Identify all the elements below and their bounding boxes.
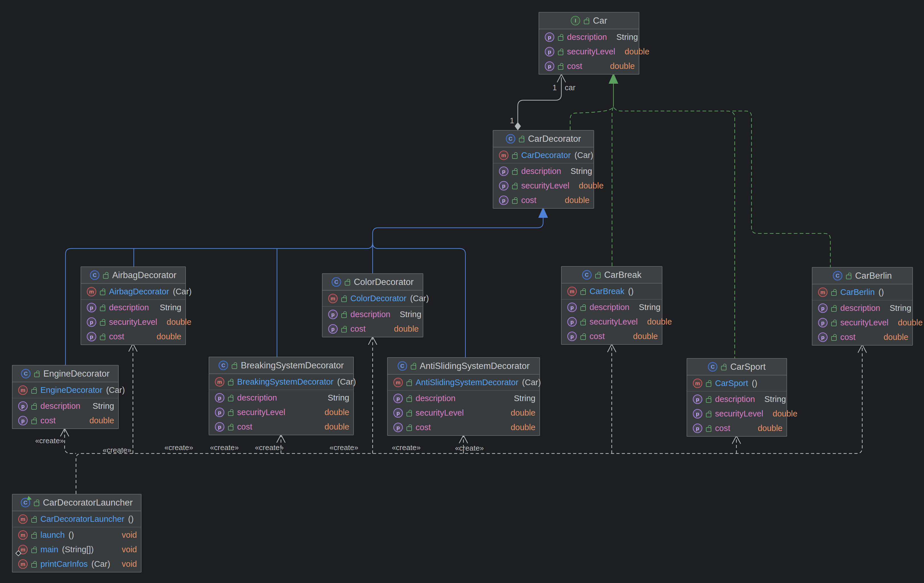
property-section: pdescriptionStringpsecurityLeveldoublepc… <box>493 163 594 208</box>
method-icon: m <box>87 287 96 296</box>
method-row[interactable]: psecurityLeveldouble <box>209 405 353 419</box>
member-type: String <box>759 395 786 404</box>
method-row[interactable]: psecurityLeveldouble <box>388 406 540 420</box>
class-box-CarBerlin[interactable]: CCarBerlinmCarBerlin()pdescriptionString… <box>812 267 913 345</box>
constructor-section: mCarBerlin() <box>812 284 912 300</box>
class-header[interactable]: CAntiSlidingSystemDecorator <box>388 358 540 374</box>
method-row[interactable]: psecurityLeveldouble <box>81 315 185 329</box>
class-title: ColorDecorator <box>354 277 414 287</box>
member-type: double <box>151 332 182 341</box>
method-row[interactable]: psecurityLeveldouble <box>493 178 594 193</box>
method-row[interactable]: pdescriptionString <box>687 392 787 406</box>
constructor-row[interactable]: mCarBerlin() <box>812 285 912 299</box>
method-row[interactable]: pcostdouble <box>209 419 353 434</box>
class-box-EngineDecorator[interactable]: CEngineDecoratormEngineDecorator(Car)pde… <box>12 365 119 429</box>
class-box-AirbagDecorator[interactable]: CAirbagDecoratormAirbagDecorator(Car)pde… <box>81 266 186 345</box>
constructor-row[interactable]: mCarDecoratorLauncher() <box>13 512 141 526</box>
method-row[interactable]: pcostdouble <box>539 59 639 73</box>
property-icon: p <box>567 302 577 312</box>
method-row[interactable]: pdescriptionString <box>812 301 912 315</box>
method-icon: m <box>818 287 828 297</box>
class-header[interactable]: CEngineDecorator <box>13 365 118 382</box>
method-row[interactable]: mprintCarInfos(Car)void <box>13 557 141 571</box>
unlocked-icon <box>706 398 711 403</box>
member-type: double <box>84 416 114 425</box>
unlocked-icon <box>846 275 851 279</box>
class-header[interactable]: CCarDecorator <box>493 130 594 147</box>
member-type: void <box>116 559 137 569</box>
method-row[interactable]: psecurityLeveldouble <box>562 315 662 329</box>
unlocked-icon <box>721 366 726 370</box>
member-name: securityLevel <box>567 47 615 56</box>
class-box-BreakingSystemDecorator[interactable]: CBreakingSystemDecoratormBreakingSystemD… <box>209 357 354 435</box>
method-row[interactable]: pdescriptionString <box>209 391 353 405</box>
method-row[interactable]: mmain(String[])void <box>13 542 141 557</box>
property-icon: p <box>393 408 403 418</box>
member-params: (Car) <box>91 559 110 569</box>
member-name: securityLevel <box>589 317 638 327</box>
method-row[interactable]: pcostdouble <box>13 413 118 428</box>
method-row[interactable]: pdescriptionString <box>81 300 185 315</box>
constructor-row[interactable]: mCarDecorator(Car) <box>493 148 594 163</box>
property-icon: p <box>818 318 828 327</box>
unlocked-icon <box>512 199 518 204</box>
class-box-AntiSlidingSystemDecorator[interactable]: CAntiSlidingSystemDecoratormAntiSlidingS… <box>387 357 540 436</box>
method-row[interactable]: pdescriptionString <box>562 300 662 315</box>
class-box-CarDecorator[interactable]: CCarDecoratormCarDecorator(Car)pdescript… <box>493 130 594 209</box>
method-row[interactable]: pdescriptionString <box>13 399 118 413</box>
class-header[interactable]: CBreakingSystemDecorator <box>209 357 353 374</box>
constructor-row[interactable]: mAntiSlidingSystemDecorator(Car) <box>388 375 540 390</box>
constructor-row[interactable]: mAirbagDecorator(Car) <box>81 284 185 299</box>
class-box-Car[interactable]: ICarpdescriptionStringpsecurityLeveldoub… <box>539 12 639 74</box>
member-params: () <box>128 514 134 524</box>
method-row[interactable]: pdescriptionString <box>323 307 423 322</box>
class-box-CarDecoratorLauncher[interactable]: CCarDecoratorLaunchermCarDecoratorLaunch… <box>12 494 142 573</box>
constructor-row[interactable]: mCarSport() <box>687 376 787 391</box>
member-params: (Car) <box>173 287 191 296</box>
constructor-row[interactable]: mBreakingSystemDecorator(Car) <box>209 375 353 389</box>
member-type: double <box>319 422 349 431</box>
class-box-ColorDecorator[interactable]: CColorDecoratormColorDecorator(Car)pdesc… <box>322 273 423 337</box>
class-header[interactable]: CCarBreak <box>562 267 662 283</box>
method-row[interactable]: pcostdouble <box>687 421 787 436</box>
method-row[interactable]: pcostdouble <box>493 193 594 208</box>
member-params: (Car) <box>337 377 356 386</box>
class-header[interactable]: CCarBerlin <box>812 268 912 284</box>
method-row[interactable]: pdescriptionString <box>539 30 639 45</box>
member-type: double <box>619 47 649 56</box>
unlocked-icon <box>31 518 37 523</box>
realization-edge <box>612 107 614 266</box>
class-header[interactable]: CCarDecoratorLauncher <box>13 494 141 511</box>
constructor-row[interactable]: mEngineDecorator(Car) <box>13 383 118 397</box>
method-row[interactable]: pcostdouble <box>323 322 423 336</box>
method-row[interactable]: pcostdouble <box>812 330 912 344</box>
member-params: (Car) <box>522 378 541 387</box>
method-row[interactable]: pdescriptionString <box>388 391 540 406</box>
unlocked-icon <box>406 397 412 402</box>
property-icon: p <box>567 317 577 327</box>
class-header[interactable]: CColorDecorator <box>323 274 423 291</box>
method-row[interactable]: mlaunch()void <box>13 528 141 542</box>
method-row[interactable]: pcostdouble <box>81 329 185 344</box>
constructor-row[interactable]: mCarBreak() <box>562 284 662 299</box>
class-box-CarBreak[interactable]: CCarBreakmCarBreak()pdescriptionStringps… <box>561 266 662 345</box>
unlocked-icon <box>232 364 237 369</box>
class-header[interactable]: CAirbagDecorator <box>81 267 185 284</box>
class-box-CarSport[interactable]: CCarSportmCarSport()pdescriptionStringps… <box>686 358 787 437</box>
constructor-section: mCarDecoratorLauncher() <box>13 511 141 527</box>
property-icon: p <box>87 332 96 341</box>
constructor-row[interactable]: mColorDecorator(Car) <box>323 291 423 306</box>
method-row[interactable]: psecurityLeveldouble <box>812 315 912 330</box>
association-label: 1 <box>553 83 557 92</box>
method-row[interactable]: pcostdouble <box>388 420 540 435</box>
edge-label-create: «create» <box>210 443 239 452</box>
method-row[interactable]: psecurityLeveldouble <box>687 406 787 421</box>
class-header[interactable]: CCarSport <box>687 359 787 375</box>
realization-edge <box>570 108 612 130</box>
member-type: String <box>322 393 349 403</box>
class-icon: C <box>833 271 842 281</box>
method-row[interactable]: psecurityLeveldouble <box>539 45 639 59</box>
class-header[interactable]: ICar <box>539 13 639 29</box>
method-row[interactable]: pcostdouble <box>562 329 662 344</box>
method-row[interactable]: pdescriptionString <box>493 164 594 178</box>
